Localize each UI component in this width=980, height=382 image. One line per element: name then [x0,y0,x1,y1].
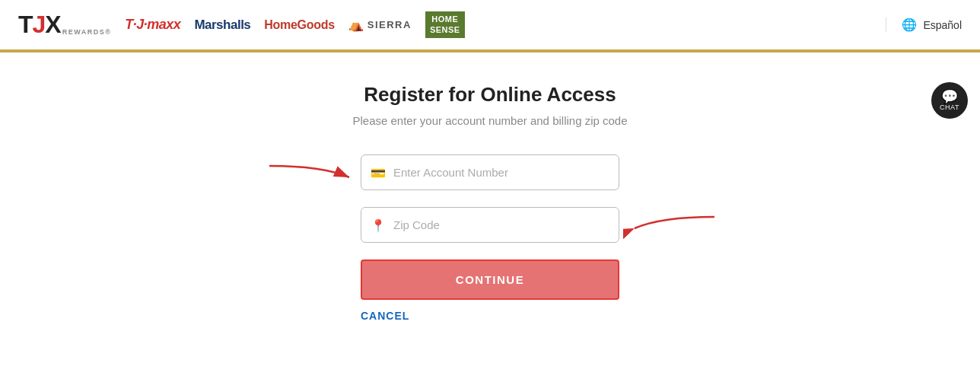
account-number-input[interactable] [361,154,619,190]
zip-field-wrapper: 📍 [361,207,619,243]
location-icon: 📍 [371,218,386,232]
zip-arrow [623,213,722,240]
zip-code-input[interactable] [361,207,619,243]
account-input-wrapper: 💳 [361,154,619,190]
card-icon: 💳 [371,165,386,180]
header: T J X REWARDS® T·J·maxx Marshalls HomeGo… [0,0,980,53]
espanol-link[interactable]: Español [923,19,962,31]
chat-icon: 💬 [941,90,959,103]
homegoods-logo: HomeGoods [264,18,334,32]
account-arrow [262,162,357,189]
chat-button[interactable]: 💬 CHAT [931,82,968,119]
language-selector[interactable]: 🌐 Español [886,18,962,32]
form-container: 💳 📍 CONTINUE CANCEL [361,154,619,323]
continue-button[interactable]: CONTINUE [361,259,619,300]
page-subtitle: Please enter your account number and bil… [352,114,627,127]
brand-logos: T J X REWARDS® T·J·maxx Marshalls HomeGo… [18,11,465,39]
globe-icon: 🌐 [902,18,917,32]
sierra-logo: ⛺ SIERRA [348,18,412,32]
zip-input-wrapper: 📍 [361,207,619,243]
account-field-wrapper: 💳 [361,154,619,190]
cancel-link[interactable]: CANCEL [361,310,409,322]
main-content: Register for Online Access Please enter … [0,53,980,345]
homesense-logo: HOMESENSE [425,11,465,37]
marshalls-logo: Marshalls [194,18,250,33]
page-title: Register for Online Access [364,83,616,107]
tjx-rewards-logo: T J X REWARDS® [18,11,111,39]
tjmaxx-logo: T·J·maxx [125,17,180,33]
chat-label: CHAT [940,103,959,111]
